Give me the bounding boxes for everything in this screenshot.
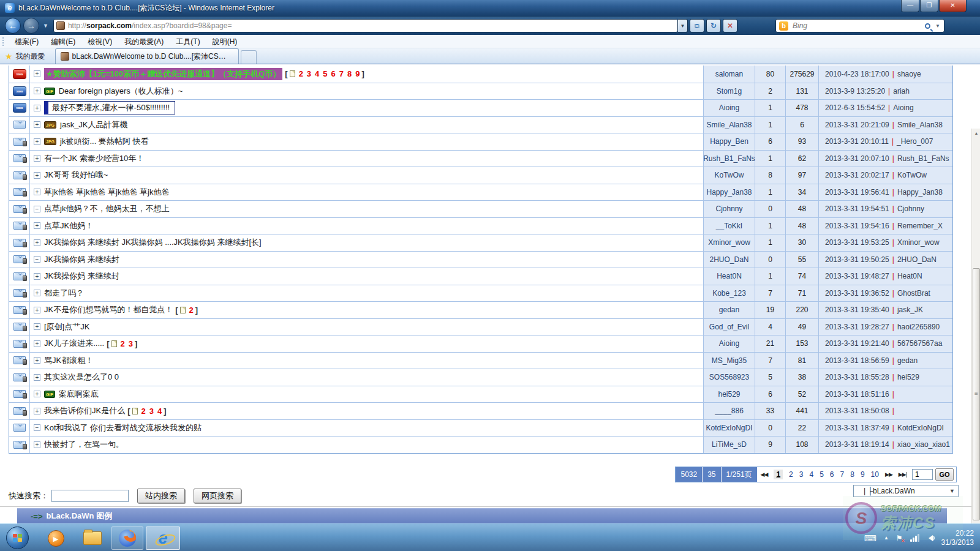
volume-icon[interactable]	[925, 535, 933, 541]
menu-item[interactable]: 檔案(F)	[9, 35, 45, 48]
expand-toggle[interactable]: +	[34, 138, 40, 145]
expand-toggle[interactable]: +	[34, 273, 40, 280]
topic-title-link[interactable]: JK不是你们想骂就骂的！都自觉点！	[44, 304, 173, 315]
topic-title-link[interactable]: JK我操你妈 来继续封	[44, 271, 119, 282]
keyboard-icon[interactable]: ⌨	[864, 533, 876, 543]
lastpost-user[interactable]: Remember_X	[897, 222, 943, 230]
topic-title-link[interactable]: [原创]点艹JK	[44, 321, 89, 332]
lastpost-user[interactable]: 2HUO_DaN	[897, 255, 937, 264]
expand-toggle[interactable]: +	[34, 391, 40, 397]
topic-page-link[interactable]: 6	[331, 69, 336, 78]
topic-author[interactable]: saloman	[704, 66, 755, 83]
tab-active[interactable]: bLack.DaWnWelcome to b.D Club....[索沛CS论.…	[55, 48, 239, 64]
taskbar-media-player[interactable]: ▶	[42, 527, 70, 550]
topic-author[interactable]: Xminor_wow	[704, 234, 755, 251]
topic-title-link[interactable]: 都走了吗？	[44, 288, 84, 299]
lastpost-user[interactable]: xiao_xiao_xiao1	[897, 440, 950, 449]
address-dropdown-button[interactable]: ▼	[678, 19, 688, 32]
forward-button[interactable]: →	[23, 18, 39, 34]
lastpost-user[interactable]: shaoye	[897, 70, 921, 78]
expand-toggle[interactable]: +	[34, 340, 40, 347]
address-bar[interactable]: http://sorpack.com/index.asp?boardid=98&…	[53, 19, 678, 32]
search-icon[interactable]	[925, 23, 930, 29]
topic-page-link[interactable]: 5	[323, 69, 327, 78]
expand-toggle[interactable]: +	[34, 222, 40, 229]
menu-item[interactable]: 檢視(V)	[81, 35, 118, 48]
taskbar-explorer[interactable]	[78, 527, 107, 550]
web-search-button[interactable]: 网页搜索	[194, 489, 241, 503]
lastpost-user[interactable]: 567567567aa	[897, 339, 942, 348]
expand-toggle[interactable]: +	[34, 374, 40, 381]
new-tab-stub[interactable]	[241, 50, 257, 64]
topic-title-link[interactable]: JK儿子滚进来.....	[44, 338, 104, 349]
expand-toggle[interactable]: +	[34, 105, 40, 111]
scrollbar-thumb[interactable]	[973, 268, 980, 520]
lastpost-user[interactable]: Cjohnny	[897, 204, 924, 213]
expand-toggle[interactable]: +	[34, 121, 40, 128]
topic-author[interactable]: LiTiMe_sD	[704, 437, 755, 453]
favorites-button[interactable]: ★ 我的最愛	[0, 49, 51, 64]
topic-page-link[interactable]: 9	[355, 69, 360, 78]
page-jump-input[interactable]	[912, 469, 933, 480]
lastpost-user[interactable]: Happy_Jan38	[897, 188, 943, 197]
vertical-scrollbar[interactable]: ▲ ▼	[971, 129, 980, 551]
minimize-button[interactable]: —	[901, 0, 919, 12]
taskbar-clock[interactable]: 20:22 31/3/2013	[941, 529, 974, 547]
topic-author[interactable]: Aioing	[704, 335, 755, 352]
topic-author[interactable]: Stom1g	[704, 83, 755, 100]
stop-button[interactable]: ✕	[723, 19, 737, 32]
close-button[interactable]: ✕	[939, 0, 967, 12]
topic-title-link[interactable]: JK我操你妈 来继续封	[44, 254, 119, 265]
taskbar-firefox[interactable]	[111, 527, 143, 550]
lastpost-user[interactable]: haoi2265890	[897, 323, 940, 331]
lastpost-user[interactable]: gedan	[897, 356, 918, 365]
topic-page-link[interactable]: 2	[121, 339, 125, 348]
expand-toggle[interactable]: +	[34, 408, 40, 414]
topic-author[interactable]: 2HUO_DaN	[704, 252, 755, 268]
pagination-page-link[interactable]: 4	[809, 470, 813, 479]
pagination-page-link[interactable]: 5	[820, 470, 824, 479]
maximize-button[interactable]: ❐	[920, 0, 938, 12]
expand-toggle[interactable]: +	[34, 70, 40, 77]
topic-page-link[interactable]: 3	[307, 69, 311, 78]
topic-title-link[interactable]: JK哥哥 我好怕哦~	[44, 170, 108, 181]
expand-toggle[interactable]: +	[34, 290, 40, 296]
topic-page-link[interactable]: 7	[339, 69, 344, 78]
topic-author[interactable]: ____886	[704, 403, 755, 419]
pagination-page-link[interactable]: 8	[850, 470, 854, 479]
topic-page-link[interactable]: 2	[141, 407, 146, 416]
topic-page-link[interactable]: 4	[157, 407, 162, 416]
lastpost-user[interactable]: Smile_Alan38	[897, 121, 943, 129]
expand-toggle[interactable]: +	[34, 88, 40, 94]
lastpost-user[interactable]: Xminor_wow	[897, 238, 940, 247]
topic-author[interactable]: SOS568923	[704, 369, 755, 386]
topic-page-link[interactable]: 2	[299, 69, 303, 78]
lastpost-user[interactable]: hei529	[897, 373, 919, 381]
menu-item[interactable]: 編輯(E)	[45, 35, 81, 48]
action-center-flag-icon[interactable]: ⚑✕	[896, 534, 903, 542]
topic-author[interactable]: Kobe_123	[704, 285, 755, 302]
search-box[interactable]: b Bing ▼	[775, 19, 944, 32]
pagination-page-link[interactable]: 10	[871, 470, 879, 479]
pagination-first-button[interactable]: ◀◀	[761, 471, 768, 478]
pagination-last-button[interactable]: ▶▶|	[899, 471, 907, 478]
pagination-page-link[interactable]: 2	[789, 470, 793, 479]
lastpost-user[interactable]: jask_JK	[897, 305, 923, 314]
lastpost-user[interactable]: _Hero_007	[897, 137, 933, 146]
topic-title-link[interactable]: JK我操你妈 来继续封 JK我操你妈 ....JK我操你妈 来继续封[长]	[44, 237, 262, 248]
topic-title-link[interactable]: Kot和我说了 你们去看对战交流板块我发的贴	[44, 422, 202, 433]
menu-item[interactable]: 說明(H)	[206, 35, 244, 48]
menu-item[interactable]: 我的最愛(A)	[118, 35, 170, 48]
topic-author[interactable]: Smile_Alan38	[704, 117, 755, 133]
expand-toggle[interactable]: +	[34, 239, 40, 246]
topic-author[interactable]: Rush_B1_FaNs	[704, 151, 755, 167]
network-icon[interactable]	[910, 534, 919, 542]
lastpost-user[interactable]: Heat0N	[897, 272, 922, 280]
topic-title-link[interactable]: 有一个JK 索泰少经营10年！	[44, 153, 144, 164]
topic-title-link[interactable]: 案底啊案底	[59, 389, 99, 400]
search-dropdown-icon[interactable]: ▼	[935, 23, 940, 29]
topic-page-link[interactable]: 3	[129, 339, 133, 348]
expand-toggle[interactable]: +	[34, 189, 40, 195]
expand-toggle[interactable]: +	[34, 172, 40, 179]
topic-title-link[interactable]: 最好不要灌水,灌水一律-50$!!!!!!!!!	[44, 101, 175, 114]
